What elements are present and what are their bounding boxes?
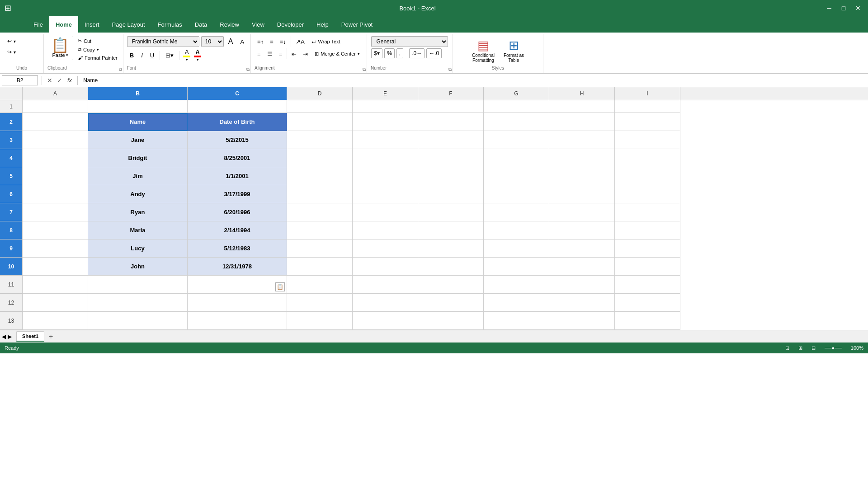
- merge-dropdown-icon[interactable]: ▾: [358, 52, 360, 56]
- cell-c4[interactable]: 8/25/2001: [188, 149, 287, 167]
- col-header-a[interactable]: A: [23, 87, 88, 100]
- copy-dropdown-icon[interactable]: ▾: [97, 47, 99, 52]
- align-bottom-button[interactable]: ≡↓: [277, 36, 289, 47]
- sheet-nav-prev[interactable]: ◀: [2, 333, 6, 340]
- cell-i11[interactable]: [615, 276, 680, 294]
- confirm-formula-icon[interactable]: ✓: [56, 77, 64, 84]
- font-name-select[interactable]: Franklin Gothic Me: [127, 36, 199, 47]
- cell-a10[interactable]: [23, 258, 88, 276]
- cell-h3[interactable]: [549, 131, 615, 149]
- tab-insert[interactable]: Insert: [78, 16, 106, 33]
- italic-button[interactable]: I: [138, 50, 146, 61]
- row-header-4[interactable]: 4: [0, 149, 23, 167]
- cell-b6[interactable]: Andy: [88, 185, 188, 203]
- col-header-h[interactable]: H: [549, 87, 615, 100]
- cell-c1[interactable]: [188, 100, 287, 113]
- col-header-f[interactable]: F: [418, 87, 484, 100]
- tab-formulas[interactable]: Formulas: [151, 16, 189, 33]
- cell-b12[interactable]: [88, 294, 188, 312]
- cell-d4[interactable]: [287, 149, 353, 167]
- align-right-button[interactable]: ≡: [276, 48, 285, 59]
- cell-g1[interactable]: [484, 100, 549, 113]
- paste-dropdown-icon[interactable]: ▾: [66, 53, 68, 57]
- cell-g11[interactable]: [484, 276, 549, 294]
- cell-a9[interactable]: [23, 239, 88, 258]
- cell-h12[interactable]: [549, 294, 615, 312]
- cell-f5[interactable]: [418, 167, 484, 185]
- cell-f6[interactable]: [418, 185, 484, 203]
- close-btn[interactable]: ✕: [853, 3, 863, 14]
- cell-h7[interactable]: [549, 203, 615, 221]
- cell-c10[interactable]: 12/31/1978: [188, 258, 287, 276]
- cell-c8[interactable]: 2/14/1994: [188, 221, 287, 239]
- row-header-7[interactable]: 7: [0, 203, 23, 221]
- font-color-dropdown[interactable]: ▾: [197, 57, 199, 62]
- cell-d5[interactable]: [287, 167, 353, 185]
- cell-e1[interactable]: [353, 100, 418, 113]
- sheet-nav-next[interactable]: ▶: [8, 333, 12, 340]
- underline-button[interactable]: U: [147, 50, 157, 61]
- cell-d7[interactable]: [287, 203, 353, 221]
- maximize-btn[interactable]: □: [838, 3, 849, 14]
- cell-b3[interactable]: Jane: [88, 131, 188, 149]
- cell-i1[interactable]: [615, 100, 680, 113]
- cell-f9[interactable]: [418, 239, 484, 258]
- cell-b5[interactable]: Jim: [88, 167, 188, 185]
- cell-e8[interactable]: [353, 221, 418, 239]
- cell-g2[interactable]: [484, 113, 549, 131]
- cell-b13[interactable]: [88, 312, 188, 330]
- col-header-e[interactable]: E: [353, 87, 418, 100]
- currency-button[interactable]: $▾: [371, 48, 382, 58]
- row-header-12[interactable]: 12: [0, 294, 23, 312]
- clipboard-expand-icon[interactable]: ⧉: [119, 67, 122, 72]
- view-normal-icon[interactable]: ⊡: [785, 345, 789, 351]
- tab-data[interactable]: Data: [189, 16, 213, 33]
- cell-e12[interactable]: [353, 294, 418, 312]
- cell-e5[interactable]: [353, 167, 418, 185]
- cell-h13[interactable]: [549, 312, 615, 330]
- col-header-i[interactable]: I: [615, 87, 680, 100]
- row-header-13[interactable]: 13: [0, 312, 23, 330]
- minimize-btn[interactable]: ─: [824, 3, 835, 14]
- cell-b1[interactable]: [88, 100, 188, 113]
- cell-i3[interactable]: [615, 131, 680, 149]
- cell-f12[interactable]: [418, 294, 484, 312]
- cell-g13[interactable]: [484, 312, 549, 330]
- cell-a7[interactable]: [23, 203, 88, 221]
- cell-d12[interactable]: [287, 294, 353, 312]
- cell-h11[interactable]: [549, 276, 615, 294]
- cell-g4[interactable]: [484, 149, 549, 167]
- cell-f2[interactable]: [418, 113, 484, 131]
- cell-h10[interactable]: [549, 258, 615, 276]
- col-header-b[interactable]: B: [88, 87, 188, 100]
- cell-c12[interactable]: [188, 294, 287, 312]
- cell-h9[interactable]: [549, 239, 615, 258]
- conditional-formatting-button[interactable]: ▤ Conditional Formatting: [468, 36, 498, 65]
- cell-d2[interactable]: [287, 113, 353, 131]
- view-layout-icon[interactable]: ⊞: [798, 345, 802, 351]
- align-middle-button[interactable]: ≡: [267, 36, 276, 47]
- tab-view[interactable]: View: [245, 16, 271, 33]
- col-header-g[interactable]: G: [484, 87, 549, 100]
- cell-a13[interactable]: [23, 312, 88, 330]
- tab-home[interactable]: Home: [49, 16, 78, 33]
- cell-reference-input[interactable]: [2, 75, 38, 85]
- row-header-10[interactable]: 10: [0, 258, 23, 276]
- cell-h5[interactable]: [549, 167, 615, 185]
- cell-g12[interactable]: [484, 294, 549, 312]
- decrease-indent-button[interactable]: ⇤: [289, 48, 299, 59]
- align-center-button[interactable]: ☰: [264, 48, 275, 59]
- cell-e2[interactable]: [353, 113, 418, 131]
- cell-i7[interactable]: [615, 203, 680, 221]
- row-col-corner[interactable]: [0, 87, 23, 100]
- col-header-c[interactable]: C: [188, 87, 287, 100]
- cancel-formula-icon[interactable]: ✕: [46, 77, 54, 84]
- cell-d8[interactable]: [287, 221, 353, 239]
- view-page-break-icon[interactable]: ⊟: [811, 345, 816, 351]
- cell-a11[interactable]: [23, 276, 88, 294]
- copy-button[interactable]: ⧉ Copy ▾: [76, 46, 119, 53]
- cell-c5[interactable]: 1/1/2001: [188, 167, 287, 185]
- cell-c3[interactable]: 5/2/2015: [188, 131, 287, 149]
- decrease-decimal-button[interactable]: ←.0: [426, 48, 442, 58]
- row-header-9[interactable]: 9: [0, 239, 23, 258]
